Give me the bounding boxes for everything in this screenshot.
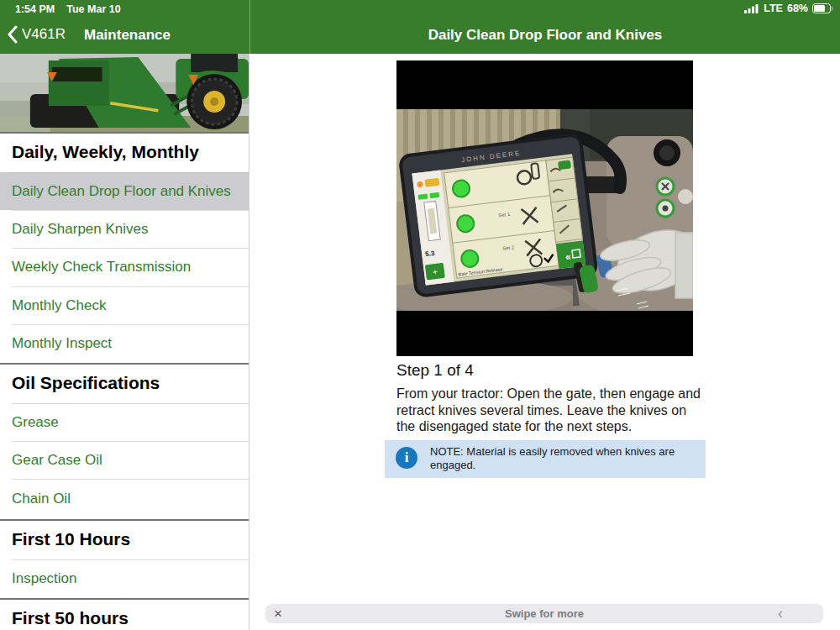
sidebar: Daily, Weekly, Monthly Daily Clean Drop … [0, 54, 249, 630]
step-content-pane: JOHN DEERE 5.3 + Set 1 [250, 54, 840, 630]
sidebar-item-grease[interactable]: Grease [0, 403, 249, 441]
sidebar-item-label: Daily Clean Drop Floor and Knives [12, 183, 231, 200]
status-date: Tue Mar 10 [66, 3, 120, 15]
network-label: LTE [764, 3, 783, 14]
sidebar-item-gear-case-oil[interactable]: Gear Case Oil [0, 441, 249, 479]
tractor-console-step-photo: JOHN DEERE 5.3 + Set 1 [396, 60, 693, 356]
nav-bar: V461R Maintenance Daily Clean Drop Floor… [0, 18, 840, 54]
sidebar-header-daily-weekly-monthly: Daily, Weekly, Monthly [0, 132, 249, 172]
close-icon[interactable]: × [274, 605, 282, 622]
chevron-left-icon[interactable]: ‹ [778, 604, 783, 622]
status-right: LTE 68% [744, 3, 833, 14]
battery-percent: 68% [787, 3, 808, 14]
sidebar-item-label: Weekly Check Transmission [12, 259, 191, 276]
sidebar-item-daily-sharpen-knives[interactable]: Daily Sharpen Knives [0, 210, 249, 248]
swipe-for-more-bar[interactable]: × Swipe for more ‹ [265, 604, 823, 623]
sidebar-header-label: Daily, Weekly, Monthly [12, 142, 199, 162]
section-title: Maintenance [84, 27, 171, 44]
sidebar-item-label: Monthly Inspect [12, 335, 112, 352]
svg-text:5.3: 5.3 [425, 249, 436, 258]
info-icon: i [396, 447, 417, 469]
sidebar-item-daily-clean-drop-floor-and-knives[interactable]: Daily Clean Drop Floor and Knives [0, 172, 249, 210]
sidebar-item-monthly-check[interactable]: Monthly Check [0, 286, 249, 324]
note-text: NOTE: Material is easily removed when kn… [430, 440, 682, 478]
sidebar-header-first-50-hours: First 50 hours [0, 598, 249, 630]
sidebar-header-label: Oil Specifications [12, 373, 160, 393]
top-bar: 1:54 PM Tue Mar 10 LTE 68% [0, 0, 840, 54]
back-label: V461R [22, 26, 66, 43]
page-title: Daily Clean Drop Floor and Knives [250, 27, 840, 44]
status-time: 1:54 PM [15, 3, 55, 15]
step-instructions: From your tractor: Open the gate, then e… [396, 386, 702, 435]
swipe-label: Swipe for more [265, 607, 823, 620]
sidebar-item-weekly-check-transmission[interactable]: Weekly Check Transmission [0, 248, 249, 286]
sidebar-header-first-10-hours: First 10 Hours [0, 519, 249, 559]
back-button[interactable]: V461R [7, 25, 66, 44]
sidebar-item-label: Chain Oil [12, 491, 71, 507]
status-bar: 1:54 PM Tue Mar 10 LTE 68% [0, 0, 840, 18]
sidebar-item-chain-oil[interactable]: Chain Oil [0, 479, 249, 519]
sidebar-header-label: First 10 Hours [12, 529, 130, 549]
step-heading: Step 1 of 4 [396, 361, 474, 380]
sidebar-item-label: Grease [12, 414, 59, 431]
app-screen: 1:54 PM Tue Mar 10 LTE 68% [0, 0, 840, 630]
sidebar-item-monthly-inspect[interactable]: Monthly Inspect [0, 324, 249, 363]
back-chevron-icon [7, 25, 18, 44]
sidebar-item-inspection[interactable]: Inspection [0, 559, 249, 598]
sidebar-item-label: Monthly Check [12, 297, 106, 314]
topbar-divider [249, 0, 250, 54]
battery-icon [812, 3, 833, 13]
cellular-signal-icon [744, 3, 759, 13]
sidebar-item-label: Daily Sharpen Knives [12, 221, 149, 238]
baler-tractor-photo [0, 54, 249, 132]
sidebar-header-label: First 50 hours [12, 608, 129, 628]
sidebar-header-oil-specifications: Oil Specifications [0, 363, 249, 403]
sidebar-item-label: Gear Case Oil [12, 452, 102, 469]
sidebar-item-label: Inspection [12, 570, 77, 587]
status-left: 1:54 PM Tue Mar 10 [15, 3, 121, 15]
note-callout: i NOTE: Material is easily removed when … [385, 440, 706, 478]
